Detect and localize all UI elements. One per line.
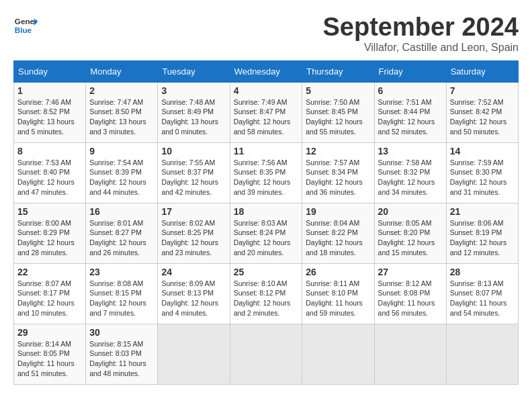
table-row: 1Sunrise: 7:46 AMSunset: 8:52 PMDaylight… (14, 82, 86, 142)
day-info: Sunrise: 8:07 AMSunset: 8:17 PMDaylight:… (17, 279, 82, 318)
month-title: September 2024 (323, 13, 519, 42)
day-number: 30 (89, 327, 154, 338)
calendar-week-row: 29Sunrise: 8:14 AMSunset: 8:05 PMDayligh… (14, 324, 519, 384)
general-blue-logo-icon: General Blue (13, 13, 38, 38)
day-info: Sunrise: 7:58 AMSunset: 8:32 PMDaylight:… (378, 158, 443, 197)
day-info: Sunrise: 8:06 AMSunset: 8:19 PMDaylight:… (450, 218, 515, 258)
day-number: 25 (234, 267, 299, 277)
day-number: 3 (161, 85, 226, 96)
calendar-week-row: 8Sunrise: 7:53 AMSunset: 8:40 PMDaylight… (14, 142, 519, 203)
title-area: September 2024 Villafor, Castille and Le… (323, 13, 519, 54)
day-info: Sunrise: 7:51 AMSunset: 8:44 PMDaylight:… (378, 97, 443, 137)
day-number: 29 (17, 327, 82, 338)
table-row: 9Sunrise: 7:54 AMSunset: 8:39 PMDaylight… (86, 142, 158, 203)
table-row: 4Sunrise: 7:49 AMSunset: 8:47 PMDaylight… (230, 82, 302, 142)
table-row: 26Sunrise: 8:11 AMSunset: 8:10 PMDayligh… (302, 263, 374, 324)
day-info: Sunrise: 8:02 AMSunset: 8:25 PMDaylight:… (161, 218, 226, 258)
col-wednesday: Wednesday (230, 60, 302, 82)
col-tuesday: Tuesday (158, 60, 230, 82)
col-monday: Monday (86, 60, 158, 82)
col-saturday: Saturday (446, 60, 518, 82)
day-info: Sunrise: 8:03 AMSunset: 8:24 PMDaylight:… (234, 218, 299, 258)
table-row: 2Sunrise: 7:47 AMSunset: 8:50 PMDaylight… (86, 82, 158, 142)
day-number: 22 (17, 267, 82, 277)
day-number: 15 (17, 206, 82, 217)
day-info: Sunrise: 7:55 AMSunset: 8:37 PMDaylight:… (161, 158, 226, 197)
calendar-week-row: 22Sunrise: 8:07 AMSunset: 8:17 PMDayligh… (14, 263, 519, 324)
table-row (302, 324, 374, 384)
table-row: 11Sunrise: 7:56 AMSunset: 8:35 PMDayligh… (230, 142, 302, 203)
calendar-week-row: 15Sunrise: 8:00 AMSunset: 8:29 PMDayligh… (14, 203, 519, 263)
day-number: 1 (17, 85, 82, 96)
day-number: 6 (378, 85, 443, 96)
calendar-week-row: 1Sunrise: 7:46 AMSunset: 8:52 PMDaylight… (14, 82, 519, 142)
day-number: 11 (234, 146, 299, 156)
table-row: 12Sunrise: 7:57 AMSunset: 8:34 PMDayligh… (302, 142, 374, 203)
day-info: Sunrise: 7:49 AMSunset: 8:47 PMDaylight:… (234, 97, 299, 137)
day-number: 14 (450, 146, 515, 156)
day-info: Sunrise: 8:13 AMSunset: 8:07 PMDaylight:… (450, 279, 515, 318)
day-number: 28 (450, 267, 515, 277)
day-number: 13 (378, 146, 443, 156)
day-number: 8 (17, 146, 82, 156)
table-row: 6Sunrise: 7:51 AMSunset: 8:44 PMDaylight… (374, 82, 446, 142)
day-number: 26 (306, 267, 370, 277)
day-info: Sunrise: 8:08 AMSunset: 8:15 PMDaylight:… (89, 279, 154, 318)
calendar-table: Sunday Monday Tuesday Wednesday Thursday… (13, 60, 519, 385)
table-row: 20Sunrise: 8:05 AMSunset: 8:20 PMDayligh… (374, 203, 446, 263)
table-row: 25Sunrise: 8:10 AMSunset: 8:12 PMDayligh… (230, 263, 302, 324)
day-info: Sunrise: 7:46 AMSunset: 8:52 PMDaylight:… (17, 97, 82, 137)
location-title: Villafor, Castille and Leon, Spain (323, 42, 519, 54)
day-number: 23 (89, 267, 154, 277)
day-number: 9 (89, 146, 154, 156)
table-row: 17Sunrise: 8:02 AMSunset: 8:25 PMDayligh… (158, 203, 230, 263)
day-number: 12 (306, 146, 370, 156)
day-info: Sunrise: 8:05 AMSunset: 8:20 PMDaylight:… (378, 218, 443, 258)
day-number: 5 (306, 85, 370, 96)
table-row: 16Sunrise: 8:01 AMSunset: 8:27 PMDayligh… (86, 203, 158, 263)
day-info: Sunrise: 7:59 AMSunset: 8:30 PMDaylight:… (450, 158, 515, 197)
table-row: 13Sunrise: 7:58 AMSunset: 8:32 PMDayligh… (374, 142, 446, 203)
day-info: Sunrise: 7:50 AMSunset: 8:45 PMDaylight:… (306, 97, 370, 137)
day-number: 4 (234, 85, 299, 96)
table-row (374, 324, 446, 384)
day-info: Sunrise: 7:57 AMSunset: 8:34 PMDaylight:… (306, 158, 370, 197)
table-row: 15Sunrise: 8:00 AMSunset: 8:29 PMDayligh… (14, 203, 86, 263)
day-info: Sunrise: 8:04 AMSunset: 8:22 PMDaylight:… (306, 218, 370, 258)
day-number: 27 (378, 267, 443, 277)
day-info: Sunrise: 8:15 AMSunset: 8:03 PMDaylight:… (89, 339, 154, 379)
day-info: Sunrise: 7:48 AMSunset: 8:49 PMDaylight:… (161, 97, 226, 137)
day-number: 18 (234, 206, 299, 217)
day-number: 2 (89, 85, 154, 96)
day-number: 7 (450, 85, 515, 96)
table-row (158, 324, 230, 384)
table-row: 8Sunrise: 7:53 AMSunset: 8:40 PMDaylight… (14, 142, 86, 203)
table-row: 10Sunrise: 7:55 AMSunset: 8:37 PMDayligh… (158, 142, 230, 203)
day-number: 19 (306, 206, 370, 217)
logo-area: General Blue (13, 13, 40, 38)
col-thursday: Thursday (302, 60, 374, 82)
calendar-header-row: Sunday Monday Tuesday Wednesday Thursday… (14, 60, 519, 82)
table-row: 30Sunrise: 8:15 AMSunset: 8:03 PMDayligh… (86, 324, 158, 384)
day-info: Sunrise: 8:12 AMSunset: 8:08 PMDaylight:… (378, 279, 443, 318)
table-row: 14Sunrise: 7:59 AMSunset: 8:30 PMDayligh… (446, 142, 518, 203)
day-info: Sunrise: 7:54 AMSunset: 8:39 PMDaylight:… (89, 158, 154, 197)
col-sunday: Sunday (14, 60, 86, 82)
day-info: Sunrise: 8:01 AMSunset: 8:27 PMDaylight:… (89, 218, 154, 258)
svg-text:Blue: Blue (15, 26, 32, 34)
day-info: Sunrise: 7:47 AMSunset: 8:50 PMDaylight:… (89, 97, 154, 137)
table-row: 19Sunrise: 8:04 AMSunset: 8:22 PMDayligh… (302, 203, 374, 263)
table-row: 7Sunrise: 7:52 AMSunset: 8:42 PMDaylight… (446, 82, 518, 142)
day-info: Sunrise: 7:52 AMSunset: 8:42 PMDaylight:… (450, 97, 515, 137)
day-number: 17 (161, 206, 226, 217)
table-row (446, 324, 518, 384)
day-info: Sunrise: 8:10 AMSunset: 8:12 PMDaylight:… (234, 279, 299, 318)
day-info: Sunrise: 8:09 AMSunset: 8:13 PMDaylight:… (161, 279, 226, 318)
table-row: 28Sunrise: 8:13 AMSunset: 8:07 PMDayligh… (446, 263, 518, 324)
day-info: Sunrise: 7:56 AMSunset: 8:35 PMDaylight:… (234, 158, 299, 197)
day-number: 16 (89, 206, 154, 217)
day-number: 20 (378, 206, 443, 217)
table-row: 3Sunrise: 7:48 AMSunset: 8:49 PMDaylight… (158, 82, 230, 142)
day-number: 10 (161, 146, 226, 156)
day-number: 21 (450, 206, 515, 217)
